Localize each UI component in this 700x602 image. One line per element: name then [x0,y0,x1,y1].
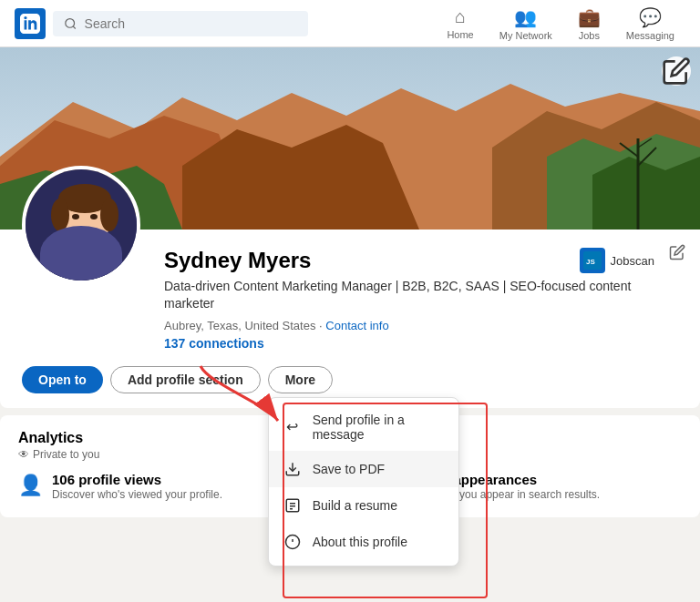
profile-views-icon: 👤 [18,474,43,503]
svg-text:JS: JS [586,258,595,266]
profile-headline: Data-driven Content Marketing Manager | … [164,278,678,313]
nav-item-network[interactable]: 👥 My Network [489,1,563,46]
dropdown-item-build-resume[interactable]: Build a resume [269,487,458,524]
add-profile-section-button[interactable]: Add profile section [110,366,261,393]
send-profile-icon: ↩ [283,418,302,436]
profile-avatar [26,169,137,281]
linkedin-logo[interactable] [15,8,46,39]
svg-point-19 [51,199,69,231]
messaging-icon: 💬 [639,6,662,28]
pencil-icon [662,56,691,86]
nav-actions: ⌂ Home 👥 My Network 💼 Jobs 💬 Messaging [436,1,685,46]
eye-icon: 👁 [18,448,29,461]
profile-actions: Open to Add profile section More ↩ Send … [0,366,700,408]
search-input[interactable] [85,16,297,31]
build-resume-icon [283,496,302,515]
nav-item-home[interactable]: ⌂ Home [436,1,484,46]
svg-point-20 [100,199,118,231]
network-icon: 👥 [514,6,537,28]
dropdown-label-save-pdf: Save to PDF [313,462,385,476]
profile-info-edit-button[interactable] [669,244,685,265]
jobscan-badge: JS Jobscan [580,248,654,273]
more-dropdown-menu: ↩ Send profile in a message Save to PDF [268,397,459,566]
dropdown-item-about-profile[interactable]: About this profile [269,524,458,560]
dropdown-label-about-profile: About this profile [313,535,407,549]
save-pdf-icon [283,460,302,478]
contact-info-link[interactable]: Contact info [325,319,388,332]
more-button[interactable]: More [268,366,333,393]
dropdown-label-send-profile: Send profile in a message [313,413,444,442]
svg-rect-15 [73,238,97,256]
svg-point-22 [90,214,98,219]
more-dropdown-wrap: More ↩ Send profile in a message [268,366,333,393]
open-to-button[interactable]: Open to [22,366,103,393]
navbar: ⌂ Home 👥 My Network 💼 Jobs 💬 Messaging [0,0,700,47]
banner-edit-button[interactable] [662,56,691,86]
search-icon [64,16,77,31]
edit-pencil-icon [669,244,685,260]
jobscan-label: Jobscan [611,254,654,268]
profile-location: Aubrey, Texas, United States · Contact i… [164,319,678,332]
nav-item-jobs[interactable]: 💼 Jobs [567,1,612,46]
dropdown-item-save-pdf[interactable]: Save to PDF [269,451,458,487]
svg-point-21 [72,214,79,219]
nav-label-messaging: Messaging [626,30,674,41]
nav-item-messaging[interactable]: 💬 Messaging [615,1,685,46]
svg-point-16 [44,251,126,281]
profile-views-desc: Discover who's viewed your profile. [52,487,222,503]
jobscan-logo-icon: JS [583,251,602,270]
home-icon: ⌂ [455,6,466,27]
nav-label-network: My Network [499,30,552,41]
svg-line-1 [73,26,76,28]
dropdown-item-send-profile[interactable]: ↩ Send profile in a message [269,403,458,451]
connections-link[interactable]: 137 connections [164,336,264,351]
about-profile-icon [283,533,302,551]
nav-label-jobs: Jobs [579,30,600,41]
search-bar[interactable] [53,11,308,36]
profile-photo [22,166,140,284]
profile-card: JS Jobscan Sydney Myers Data-driven Cont… [0,47,700,408]
profile-views-count: 106 profile views [52,472,222,487]
dropdown-label-build-resume: Build a resume [313,498,397,513]
jobscan-icon: JS [580,248,605,273]
nav-label-home: Home [447,29,473,40]
jobs-icon: 💼 [578,6,601,28]
svg-marker-8 [592,157,700,230]
svg-point-0 [66,18,75,27]
analytics-profile-views-info: 106 profile views Discover who's viewed … [52,472,222,503]
